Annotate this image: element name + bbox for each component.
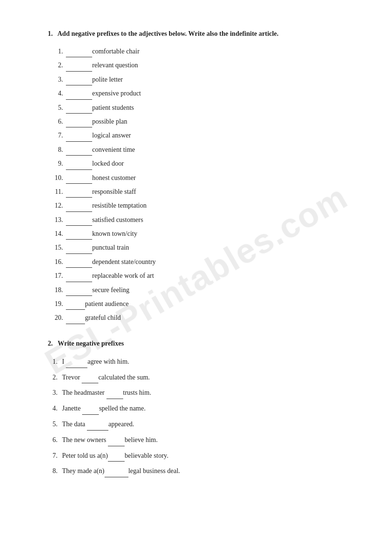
list-item: 14. known town/city — [53, 229, 354, 240]
list-item: 12. resistible temptation — [53, 200, 354, 211]
section-1-title: 1. Add negative prefixes to the adjectiv… — [48, 29, 354, 39]
item-num: 12. — [53, 200, 66, 211]
sentence-num: 2. — [53, 372, 62, 383]
sentence-num: 7. — [53, 450, 62, 462]
sentence-blank[interactable] — [82, 372, 98, 384]
answer-blank[interactable] — [66, 173, 92, 184]
sentence-text: I agree with him. — [62, 356, 129, 368]
answer-blank[interactable] — [66, 130, 92, 141]
answer-blank[interactable] — [66, 60, 92, 71]
item-text: grateful child — [85, 313, 121, 323]
item-num: 4. — [53, 88, 66, 99]
sentence-text: Peter told us a(n) believable story. — [62, 450, 169, 462]
list-item: 4. expensive product — [53, 88, 354, 99]
item-num: 5. — [53, 103, 66, 113]
answer-blank[interactable] — [66, 187, 92, 198]
answer-blank[interactable] — [66, 257, 92, 268]
answer-blank[interactable] — [66, 242, 92, 253]
sentence-item: 3. The headmaster trusts him. — [53, 387, 354, 399]
sentence-text: Janette spelled the name. — [62, 403, 146, 415]
sentence-item: 8. They made a(n) legal business deal. — [53, 465, 354, 477]
sentence-text: The data appeared. — [62, 419, 134, 431]
list-item: 20. grateful child — [53, 313, 354, 324]
answer-blank[interactable] — [66, 145, 92, 156]
item-num: 7. — [53, 130, 66, 141]
item-text: patient students — [92, 103, 134, 113]
sentence-blank[interactable] — [106, 387, 123, 399]
sentence-item: 7. Peter told us a(n) believable story. — [53, 450, 354, 462]
list-item: 5. patient students — [53, 103, 354, 114]
item-num: 17. — [53, 271, 66, 281]
item-text: replaceable work of art — [92, 271, 154, 281]
item-text: patient audience — [85, 299, 128, 309]
item-text: expensive product — [92, 88, 141, 99]
list-item: 9. locked door — [53, 158, 354, 169]
sentence-blank[interactable] — [82, 403, 99, 415]
section-2-title: 2. Write negative prefixes — [48, 338, 354, 348]
item-text: polite letter — [92, 74, 123, 85]
section-1-instruction: Add negative prefixes to the adjectives … — [57, 30, 278, 37]
list-item: 6. possible plan — [53, 116, 354, 127]
section-2-number: 2. — [48, 340, 53, 347]
section-1-number: 1. — [48, 30, 53, 37]
section-1-list: 1. comfortable chair 2. relevant questio… — [53, 46, 354, 324]
list-item: 16. dependent state/country — [53, 257, 354, 268]
item-text: convenient time — [92, 145, 135, 155]
item-text: responsible staff — [92, 187, 136, 197]
sentence-blank[interactable] — [108, 434, 125, 446]
item-num: 8. — [53, 145, 66, 155]
list-item: 8. convenient time — [53, 145, 354, 156]
item-num: 6. — [53, 116, 66, 127]
item-text: punctual train — [92, 242, 129, 253]
list-item: 19. patient audience — [53, 299, 354, 310]
answer-blank[interactable] — [66, 299, 85, 310]
answer-blank[interactable] — [66, 285, 92, 296]
list-item: 2. relevant question — [53, 60, 354, 71]
answer-blank[interactable] — [66, 229, 92, 240]
section-2: 2. Write negative prefixes 1. I agree wi… — [48, 338, 354, 477]
sentence-text: The new owners believe him. — [62, 434, 158, 446]
list-item: 10. honest customer — [53, 173, 354, 184]
answer-blank[interactable] — [66, 313, 85, 324]
item-text: honest customer — [92, 173, 136, 183]
answer-blank[interactable] — [66, 116, 92, 127]
sentence-item: 5. The data appeared. — [53, 419, 354, 431]
sentence-text: They made a(n) legal business deal. — [62, 465, 180, 477]
sentence-num: 5. — [53, 419, 62, 430]
item-text: satisfied customers — [92, 215, 143, 225]
list-item: 1. comfortable chair — [53, 46, 354, 57]
item-num: 13. — [53, 215, 66, 225]
item-text: logical answer — [92, 130, 131, 141]
answer-blank[interactable] — [66, 200, 92, 211]
sentence-num: 8. — [53, 465, 62, 477]
item-text: locked door — [92, 158, 124, 169]
answer-blank[interactable] — [66, 88, 92, 99]
answer-blank[interactable] — [66, 158, 92, 169]
answer-blank[interactable] — [66, 103, 92, 114]
sentence-num: 3. — [53, 387, 62, 399]
list-item: 17. replaceable work of art — [53, 271, 354, 282]
sentence-blank[interactable] — [87, 419, 108, 431]
item-num: 1. — [53, 46, 66, 57]
list-item: 18. secure feeling — [53, 285, 354, 296]
item-text: comfortable chair — [92, 46, 139, 57]
sentence-text: The headmaster trusts him. — [62, 387, 151, 399]
answer-blank[interactable] — [66, 46, 92, 57]
sentence-text: Trevor calculated the sum. — [62, 372, 150, 384]
list-item: 3. polite letter — [53, 74, 354, 85]
list-item: 7. logical answer — [53, 130, 354, 141]
sentence-item: 6. The new owners believe him. — [53, 434, 354, 446]
sentence-blank[interactable] — [105, 465, 128, 477]
item-text: dependent state/country — [92, 257, 156, 267]
sentence-blank[interactable] — [108, 450, 125, 462]
item-num: 3. — [53, 74, 66, 85]
item-num: 14. — [53, 229, 66, 239]
answer-blank[interactable] — [66, 215, 92, 226]
list-item: 15. punctual train — [53, 242, 354, 253]
item-num: 19. — [53, 299, 66, 309]
sentence-num: 6. — [53, 434, 62, 446]
answer-blank[interactable] — [66, 271, 92, 282]
sentence-blank[interactable] — [66, 356, 87, 368]
item-num: 20. — [53, 313, 66, 323]
answer-blank[interactable] — [66, 74, 92, 85]
